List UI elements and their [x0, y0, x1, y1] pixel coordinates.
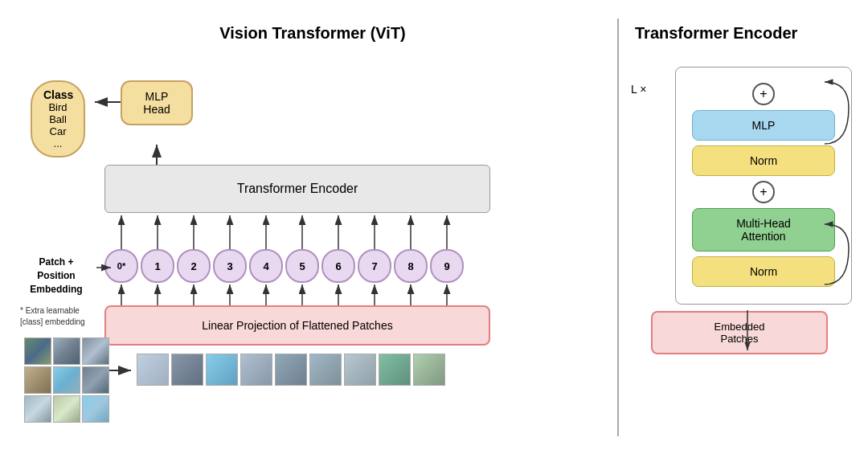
class-label: Class	[43, 88, 72, 101]
mlp-head-line1: MLP	[135, 90, 178, 103]
token-8: 8	[394, 249, 428, 283]
encoder-section: Transformer Encoder L × + MLP Norm +	[627, 16, 852, 438]
norm2-label: Norm	[750, 265, 777, 278]
patch-5	[53, 366, 80, 394]
mlp-head-box: MLP Head	[121, 80, 193, 125]
token-1: 1	[141, 249, 174, 283]
linear-proj-label: Linear Projection of Flattened Patches	[202, 319, 392, 332]
patch-6	[82, 366, 109, 394]
plus-top-symbol: +	[760, 87, 767, 101]
embedded-patches-box: EmbeddedPatches	[651, 311, 828, 354]
mha-block: Multi-HeadAttention	[692, 208, 835, 252]
vit-title: Vision Transformer (ViT)	[24, 24, 601, 43]
norm-block-top: Norm	[692, 145, 835, 176]
patch-4	[24, 366, 51, 394]
flat-patch-9	[413, 354, 445, 386]
plus-mid-symbol: +	[760, 185, 767, 199]
transformer-encoder-label: Transformer Encoder	[237, 182, 358, 196]
residual-plus-mid: +	[752, 181, 775, 203]
mlp-head-line2: Head	[135, 103, 178, 116]
mha-label: Multi-HeadAttention	[736, 217, 791, 243]
class-output-box: Class Bird Ball Car ...	[31, 80, 85, 157]
flat-patch-8	[379, 354, 411, 386]
patch-9	[82, 395, 109, 423]
patch-2	[53, 337, 80, 365]
embedded-patches-label: EmbeddedPatches	[714, 321, 765, 345]
flat-patch-6	[309, 354, 342, 386]
patch-pos-note: * Extra learnable[class] embedding	[20, 305, 100, 328]
encoder-diagram-wrapper: L × + MLP Norm +	[651, 67, 844, 354]
embeddings-row: 0* 1 2 3 4 5 6 7 8 9	[104, 249, 464, 283]
class-item-ball: Ball	[43, 113, 72, 125]
flat-patch-1	[137, 354, 169, 386]
flat-patch-3	[206, 354, 238, 386]
mlp-label: MLP	[752, 119, 776, 132]
token-2: 2	[177, 249, 211, 283]
input-patches-grid	[24, 337, 109, 423]
token-7: 7	[358, 249, 391, 283]
encoder-title: Transformer Encoder	[635, 24, 844, 43]
class-item-bird: Bird	[43, 101, 72, 113]
patch-8	[53, 395, 80, 423]
lx-label: L ×	[631, 83, 646, 96]
transformer-encoder-box: Transformer Encoder	[104, 165, 490, 213]
residual-plus-top: +	[752, 83, 775, 105]
patch-7	[24, 395, 51, 423]
token-9: 9	[430, 249, 464, 283]
norm-block-bottom: Norm	[692, 256, 835, 287]
linear-proj-box: Linear Projection of Flattened Patches	[104, 305, 490, 346]
patch-1	[24, 337, 51, 365]
class-item-car: Car	[43, 125, 72, 137]
vit-section: Vision Transformer (ViT) Class Bird Ball…	[16, 16, 609, 438]
flat-patch-5	[275, 354, 307, 386]
norm1-label: Norm	[750, 154, 777, 167]
mlp-block: MLP	[692, 110, 835, 141]
patch-3	[82, 337, 109, 365]
section-divider	[617, 18, 619, 436]
token-5: 5	[285, 249, 319, 283]
token-class: 0*	[104, 249, 138, 283]
patch-pos-label: Patch + PositionEmbedding	[20, 256, 92, 296]
flat-patch-7	[344, 354, 376, 386]
encoder-detail-box: + MLP Norm + Multi-HeadAttention	[675, 67, 852, 305]
class-item-dots: ...	[43, 137, 72, 149]
token-6: 6	[321, 249, 355, 283]
main-container: Vision Transformer (ViT) Class Bird Ball…	[0, 0, 868, 454]
token-3: 3	[213, 249, 247, 283]
flat-patch-2	[171, 354, 203, 386]
flat-patch-4	[240, 354, 272, 386]
token-4: 4	[249, 249, 283, 283]
flattened-patches-row	[137, 354, 445, 386]
